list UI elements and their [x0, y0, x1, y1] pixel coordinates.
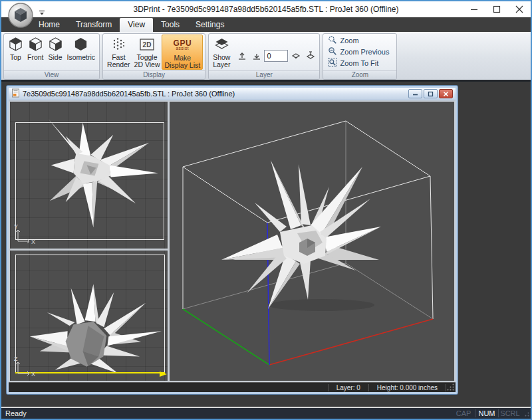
model-shadow [268, 299, 374, 311]
viewport-top-view[interactable]: Y X [10, 102, 168, 249]
svg-text:X: X [31, 371, 35, 377]
close-button[interactable] [508, 1, 531, 17]
side-view-button[interactable]: Side [46, 35, 65, 70]
view-group-label: View [4, 70, 99, 79]
cube-isometric-icon [73, 36, 88, 52]
cube-front-icon [28, 36, 43, 52]
document-icon [11, 88, 20, 99]
ribbon: Top Front Side [1, 32, 531, 82]
tab-tools[interactable]: Tools [153, 18, 188, 32]
tab-transform[interactable]: Transform [68, 18, 120, 32]
document-title: 7e3509d5c991487a98dd5b620145a5fb.STL : P… [23, 90, 235, 98]
show-layer-icon [214, 36, 229, 52]
mdi-workspace: 7e3509d5c991487a98dd5b620145a5fb.STL : P… [1, 82, 531, 407]
layer-status: Layer: 0 [329, 384, 368, 391]
zoom-button[interactable]: Zoom [325, 35, 394, 46]
axis-indicator-front-view: Z X [11, 354, 38, 380]
title-bar: 3DPrint - 7e3509d5c991487a98dd5b620145a5… [1, 1, 531, 17]
tab-settings[interactable]: Settings [188, 18, 232, 32]
scroll-lock-indicator: SCRL [499, 409, 521, 417]
ribbon-group-zoom: Zoom Zoom Previous [323, 33, 397, 80]
ribbon-group-display: Fast Render 2D Toggle 2D View GPU assist [102, 33, 205, 80]
svg-text:2D: 2D [143, 41, 152, 49]
caps-lock-indicator: CAP [452, 409, 475, 417]
layer-lower-button[interactable] [249, 49, 263, 62]
zoom-to-fit-button[interactable]: Zoom To Fit [325, 57, 394, 68]
layer-number-input[interactable] [264, 50, 288, 62]
quick-access-caret-icon[interactable] [39, 7, 45, 13]
front-view-button[interactable]: Front [25, 35, 46, 70]
height-status: Height: 0.000 inches [369, 384, 446, 391]
layer-raise-button[interactable] [235, 49, 249, 62]
top-view-button[interactable]: Top [6, 35, 25, 70]
viewport-isometric[interactable] [170, 102, 454, 381]
resize-grip-icon[interactable] [446, 383, 455, 391]
zoom-group-label: Zoom [323, 70, 396, 79]
minimize-button[interactable] [463, 1, 485, 17]
document-window: 7e3509d5c991487a98dd5b620145a5fb.STL : P… [7, 86, 458, 394]
document-title-bar: 7e3509d5c991487a98dd5b620145a5fb.STL : P… [9, 88, 456, 100]
layer-step-up-button[interactable] [303, 49, 317, 62]
viewport-front-view[interactable]: Z X [10, 251, 168, 381]
build-volume-and-model [170, 102, 454, 381]
document-minimize-button[interactable] [408, 89, 422, 98]
svg-text:X: X [31, 239, 35, 245]
layer-step-down-button[interactable] [289, 49, 303, 62]
zoom-icon [328, 35, 337, 46]
app-window: 3DPrint - 7e3509d5c991487a98dd5b620145a5… [0, 0, 532, 420]
build-plate-marker-icon[interactable] [159, 369, 168, 377]
cube-side-icon [48, 36, 63, 52]
ribbon-group-layer: Show Layer [208, 33, 320, 80]
document-close-button[interactable] [439, 89, 453, 98]
model-isometric-view [221, 160, 381, 309]
2d-view-icon: 2D [139, 36, 155, 52]
document-restore-button[interactable] [424, 89, 438, 98]
app-logo-icon[interactable] [8, 3, 33, 28]
toggle-2d-view-button[interactable]: 2D Toggle 2D View [132, 35, 162, 70]
ribbon-group-view: Top Front Side [3, 33, 100, 80]
gpu-assist-icon: GPU assist [174, 37, 192, 53]
svg-text:Z: Z [14, 356, 18, 362]
svg-text:Y: Y [14, 223, 18, 230]
zoom-previous-icon [328, 47, 337, 57]
window-resize-grip-icon[interactable] [521, 409, 530, 417]
zoom-to-fit-icon [328, 58, 337, 68]
isometric-view-button[interactable]: Isometric [65, 35, 98, 70]
fast-render-dots-icon [112, 36, 126, 52]
app-status-bar: Ready CAP NUM SCRL [1, 408, 531, 419]
axis-indicator-top-view: Y X [11, 221, 38, 248]
cube-top-icon [8, 36, 23, 52]
num-lock-indicator: NUM [475, 409, 498, 417]
fast-render-button[interactable]: Fast Render [105, 35, 132, 70]
viewport-layout: Y X [9, 100, 456, 382]
tab-home[interactable]: Home [31, 18, 68, 32]
zoom-previous-button[interactable]: Zoom Previous [325, 46, 394, 57]
make-display-list-button[interactable]: GPU assist Make Display List [162, 35, 203, 70]
layer-group-label: Layer [209, 70, 319, 79]
window-title: 3DPrint - 7e3509d5c991487a98dd5b620145a5… [1, 5, 531, 14]
tab-view[interactable]: View [120, 18, 153, 32]
maximize-button[interactable] [485, 1, 508, 17]
document-status-bar: Layer: 0 Height: 0.000 inches [9, 382, 456, 392]
ribbon-tab-bar: Home Transform View Tools Settings [1, 17, 531, 32]
display-group-label: Display [103, 70, 205, 79]
status-ready: Ready [1, 409, 452, 417]
show-layer-button[interactable]: Show Layer [211, 35, 232, 70]
